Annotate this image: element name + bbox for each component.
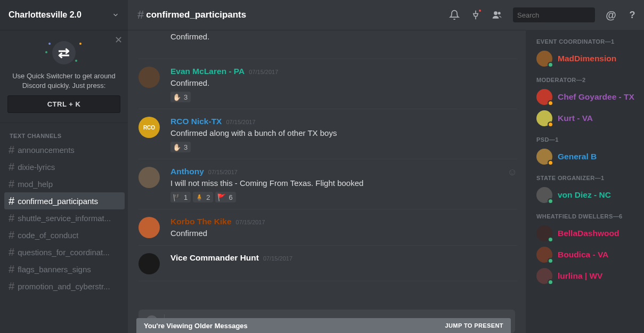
status-dot <box>548 121 553 127</box>
member-name: Chef Goyardee - TX <box>558 92 634 102</box>
channel-label: flags_banners_signs <box>18 265 91 274</box>
hash-icon: # <box>9 178 14 190</box>
status-dot <box>548 100 553 106</box>
search-box[interactable] <box>513 7 595 22</box>
avatar[interactable] <box>138 217 160 238</box>
role-header: MODERATOR—2 <box>536 77 639 83</box>
mentions-icon[interactable]: @ <box>606 10 616 20</box>
avatar <box>536 268 552 284</box>
reaction[interactable]: ✋🏻3 <box>170 142 191 152</box>
reaction-count: 3 <box>184 143 188 151</box>
main-panel: # confirmed_participants @ ? Confi <box>128 0 644 333</box>
avatar <box>536 187 552 203</box>
quick-switcher-key[interactable]: CTRL + K <box>7 95 120 113</box>
message-content: I will not miss this - Coming From Texas… <box>170 177 508 189</box>
role-header: PSD—1 <box>536 136 639 143</box>
member[interactable]: Kurt - VA <box>533 108 639 129</box>
avatar <box>536 89 552 105</box>
channel-sidebar: Charlottesville 2.0 ✕ ⇄ Use Quick Switch… <box>0 0 128 333</box>
status-dot <box>548 258 553 264</box>
avatar[interactable] <box>138 253 160 274</box>
avatar <box>536 110 552 126</box>
channel-questions_for_coordinat[interactable]: #questions_for_coordinat... <box>4 243 125 261</box>
svg-point-0 <box>494 11 498 15</box>
channel-code_of_conduct[interactable]: #code_of_conduct <box>4 226 125 243</box>
search-input[interactable] <box>517 11 607 19</box>
message-list[interactable]: Confirmed.Evan McLaren - PA07/15/2017Con… <box>128 30 526 304</box>
reaction-emoji: 🏴 <box>173 193 181 201</box>
quick-switcher-text: Use Quick Switcher to get around Discord… <box>7 71 120 90</box>
member-name: von Diez - NC <box>558 190 611 200</box>
message-author[interactable]: RCO Nick-TX <box>170 117 222 126</box>
member[interactable]: BellaDashwood <box>533 223 639 244</box>
channel-promotion_and_cyberstr[interactable]: #promotion_and_cyberstr... <box>4 278 125 295</box>
avatar[interactable] <box>138 167 160 188</box>
status-dot <box>548 160 553 166</box>
message-author[interactable]: Vice Commander Hunt <box>170 253 259 263</box>
channel-confirmed_participants[interactable]: #confirmed_participants <box>4 192 125 209</box>
member-name: Kurt - VA <box>558 113 593 123</box>
member[interactable]: Chef Goyardee - TX <box>533 86 639 108</box>
close-icon[interactable]: ✕ <box>115 34 123 46</box>
status-dot <box>548 198 553 204</box>
avatar <box>536 225 552 241</box>
bell-icon[interactable] <box>449 10 460 20</box>
member-name: General B <box>558 152 597 161</box>
avatar[interactable]: RCO <box>138 117 160 138</box>
channel-list: TEXT CHANNELS #announcements#dixie-lyric… <box>0 123 128 333</box>
reaction[interactable]: 🧍2 <box>193 192 213 202</box>
message: RCORCO Nick-TX07/15/2017Confirmed along … <box>138 109 517 159</box>
members-icon[interactable] <box>492 10 502 20</box>
message-content: Confirmed <box>170 228 517 239</box>
status-dot <box>548 62 553 68</box>
reaction[interactable]: 🚩6 <box>215 192 235 202</box>
member-name: MadDimension <box>558 54 616 63</box>
reaction[interactable]: 🏴1 <box>170 192 191 202</box>
member[interactable]: General B <box>533 146 639 167</box>
channel-flags_banners_signs[interactable]: #flags_banners_signs <box>4 261 125 278</box>
message: Confirmed. <box>138 31 517 59</box>
member-name: Boudica - VA <box>558 250 608 259</box>
pinned-icon[interactable] <box>470 10 481 20</box>
jump-to-present-button[interactable]: JUMP TO PRESENT <box>445 322 503 329</box>
channel-dixie-lyrics[interactable]: #dixie-lyrics <box>4 158 125 175</box>
hash-icon: # <box>9 212 14 224</box>
status-dot <box>548 279 553 285</box>
message-content: Confirmed. <box>170 31 517 42</box>
avatar <box>536 51 552 67</box>
channel-mod_help[interactable]: #mod_help <box>4 175 125 192</box>
hash-icon: # <box>9 280 14 293</box>
hash-icon: # <box>9 246 14 258</box>
member[interactable]: MadDimension <box>533 48 639 69</box>
member[interactable]: Boudica - VA <box>533 244 639 265</box>
quick-switcher-panel: ✕ ⇄ Use Quick Switcher to get around Dis… <box>0 30 128 123</box>
message: Vice Commander Hunt07/15/2017 <box>138 246 517 281</box>
channel-label: shuttle_service_informat... <box>18 214 111 223</box>
message: Anthony07/15/2017I will not miss this - … <box>138 159 517 209</box>
avatar[interactable] <box>138 67 160 88</box>
reaction-count: 1 <box>184 193 188 201</box>
add-reaction-button[interactable]: ☺ <box>508 167 517 178</box>
reaction-count: 2 <box>206 193 210 201</box>
reaction[interactable]: ✋🏻3 <box>170 92 191 102</box>
server-dropdown[interactable]: Charlottesville 2.0 <box>0 0 128 30</box>
message-author[interactable]: Evan McLaren - PA <box>170 67 244 76</box>
quick-switcher-illustration: ⇄ <box>45 39 83 66</box>
channel-title-text: confirmed_participants <box>146 10 246 20</box>
message-author[interactable]: Korbo The Kike <box>170 217 232 226</box>
channel-label: code_of_conduct <box>18 231 78 240</box>
channel-label: announcements <box>18 145 75 155</box>
help-icon[interactable]: ? <box>627 10 638 20</box>
message-timestamp: 07/15/2017 <box>249 69 278 75</box>
reaction-count: 6 <box>229 193 232 201</box>
channel-announcements[interactable]: #announcements <box>4 141 125 158</box>
top-bar: # confirmed_participants @ ? <box>128 0 644 30</box>
channel-label: questions_for_coordinat... <box>18 248 110 257</box>
member[interactable]: von Diez - NC <box>533 184 639 206</box>
message-author[interactable]: Anthony <box>170 167 204 176</box>
message-timestamp: 07/15/2017 <box>226 119 255 125</box>
older-messages-text: You're Viewing Older Messages <box>144 322 248 330</box>
older-messages-bar[interactable]: You're Viewing Older Messages JUMP TO PR… <box>136 318 511 333</box>
channel-shuttle_service_informat[interactable]: #shuttle_service_informat... <box>4 209 125 226</box>
member[interactable]: lurlina | WV <box>533 265 639 287</box>
